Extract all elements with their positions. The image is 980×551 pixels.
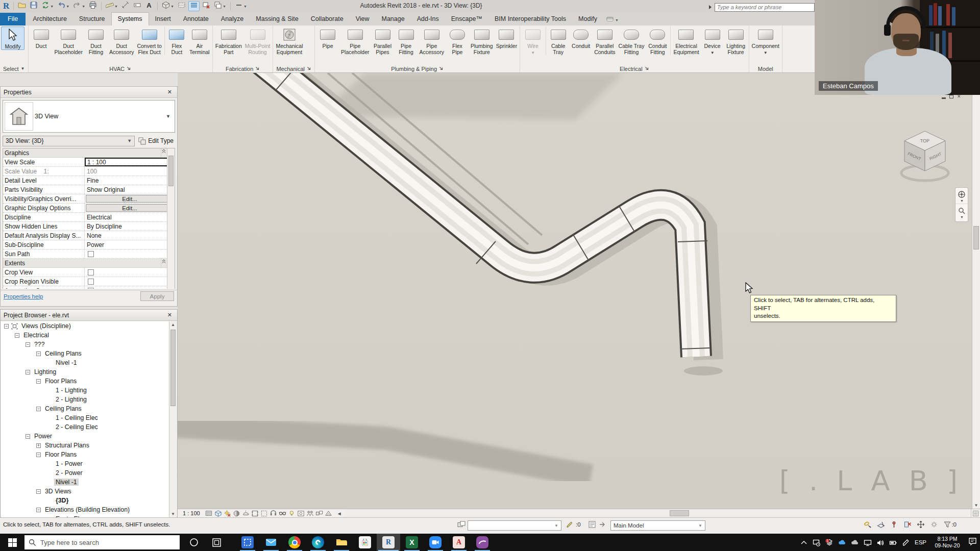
apply-button[interactable]: Apply [140,291,174,301]
tree-item-2-power[interactable]: 2 - Power [1,468,177,478]
taskbar-app-explorer[interactable] [330,534,353,551]
panel-label-select[interactable]: Select▼ [0,65,28,72]
panel-label-mechanical[interactable]: Mechanical [273,65,314,72]
synchronize-button[interactable]: ▼ [40,1,55,11]
property-value[interactable]: Fine [85,176,175,185]
taskbar-app-revit[interactable]: R [377,534,400,551]
tree-item-structural-plans[interactable]: +Structural Plans [1,441,177,450]
tray-display-settings-icon[interactable] [813,539,821,546]
panel-launcher-icon[interactable] [307,66,311,71]
underlay-toggle-button[interactable] [877,520,885,529]
taskbar-app-chrome[interactable] [283,534,306,551]
reveal-hidden-elements-icon[interactable] [288,510,296,517]
taskbar-app-store[interactable] [353,534,377,551]
show-rendering-dialog-icon[interactable] [242,510,250,517]
drag-toggle-button[interactable] [917,520,925,529]
tree-expand-toggle[interactable]: − [26,370,30,374]
ribbon-button-parallel-pipes[interactable]: Parallel Pipes [371,27,395,55]
tab-architecture[interactable]: Architecture [27,13,73,26]
scroll-left-icon[interactable]: ◄ [335,511,344,516]
tree-item-1-power[interactable]: 1 - Power [1,459,177,468]
sun-path-off-icon[interactable] [224,510,232,517]
view-minimize-icon[interactable] [942,97,946,99]
ribbon-display-toggle[interactable]: ▼ [603,14,622,26]
ribbon-button-cable-tray-fitting[interactable]: Cable Tray Fitting [617,27,646,55]
view-restore-icon[interactable] [949,95,953,98]
tree-expand-toggle[interactable]: + [36,443,41,448]
tree-item-[interactable]: −??? [1,340,177,349]
link-toggle-button[interactable] [864,520,872,529]
crop-view-checkbox[interactable] [88,269,94,276]
measure-button[interactable]: ▼ [105,1,119,11]
ribbon-button-duct[interactable]: Duct [30,27,53,49]
tree-expand-toggle[interactable]: − [4,324,9,329]
tab-insert[interactable]: Insert [149,13,177,26]
ribbon-button-pipe[interactable]: Pipe [316,27,339,49]
tree-item-ceiling-plans[interactable]: −Ceiling Plans [1,404,177,413]
visibility-graphics-overri-edit-button[interactable]: Edit... [86,195,174,203]
tree-scroll-up-icon[interactable]: ▲ [169,322,177,327]
scroll-down-icon[interactable]: ▼ [972,503,980,508]
design-options-icons[interactable] [588,520,606,529]
tab-annotate[interactable]: Annotate [177,13,215,26]
ribbon-button-component[interactable]: Component ▼ [750,27,781,56]
print-button[interactable] [88,1,98,11]
tab-manage[interactable]: Manage [376,13,411,26]
panel-label-plumbing-piping[interactable]: Plumbing & Piping [315,65,520,72]
ribbon-button-convert-to-flex-duct[interactable]: Convert to Flex Duct [135,27,163,55]
show-crop-region-off-icon[interactable] [260,510,268,517]
panel-launcher-icon[interactable] [439,66,444,71]
tree-item-2-lighting[interactable]: 2 - Lighting [1,395,177,404]
ribbon-button-lighting-fixture[interactable]: Lighting Fixture [724,27,748,55]
ribbon-button-duct-accessory[interactable]: Duct Accessory [108,27,135,55]
tray-pen-icon[interactable] [902,539,910,546]
ribbon-button-duct-placeholder[interactable]: Duct Placeholder [53,27,84,55]
exclude-toggle-button[interactable] [903,520,912,529]
aligned-dimension-button[interactable] [120,1,131,11]
tab-enscape[interactable]: Enscape™ [445,13,488,26]
detail-level-icon[interactable] [205,510,213,517]
annotation-crop-checkbox[interactable] [88,288,94,289]
taskbar-app-snip[interactable] [236,534,259,551]
property-section-extents[interactable]: Extents [3,259,175,268]
ribbon-button-electrical-equipment[interactable]: Electrical Equipment [670,27,700,55]
property-value[interactable]: None [85,231,175,240]
properties-scroll-thumb[interactable] [168,156,174,186]
tree-expand-toggle[interactable]: − [36,453,41,457]
panel-label-electrical[interactable]: Electrical [520,65,748,72]
start-button[interactable] [0,534,24,551]
tree-item-1-ceiling-elec[interactable]: 1 - Ceiling Elec [1,413,177,422]
customize-quick-access-button[interactable]: ▼ [234,1,248,11]
crop-region-visible-checkbox[interactable] [88,279,94,285]
tab-collaborate[interactable]: Collaborate [305,13,350,26]
tray-badge-app-icon[interactable]: 1 [825,539,834,546]
tree-item-3d-views[interactable]: −3D Views [1,487,177,496]
ribbon-button-conduit[interactable]: Conduit [569,27,593,49]
view-close-icon[interactable]: ✕ [957,94,961,99]
viewcube-top-face[interactable]: TOP [920,138,930,144]
language-indicator[interactable]: ESP [915,539,926,545]
tree-expand-toggle[interactable]: − [26,342,30,347]
switch-windows-button[interactable]: ▼ [213,1,227,11]
tree-item-nivel-1[interactable]: Nivel -1 [1,358,177,367]
ribbon-button-conduit-fitting[interactable]: Conduit Fitting [646,27,669,55]
undo-button[interactable]: ▼ [56,1,70,11]
shadows-off-icon[interactable] [233,510,241,517]
type-selector[interactable]: 3D View ▼ [3,100,175,133]
tree-item-ceiling-plans[interactable]: −Ceiling Plans [1,349,177,358]
panel-label-model[interactable]: Model [749,65,782,72]
panel-launcher-icon[interactable] [255,66,260,71]
tree-item-electrical[interactable]: −Electrical [1,331,177,340]
tab-file[interactable]: File [0,13,26,26]
tree-scroll-down-icon[interactable]: ▼ [169,512,177,516]
infocenter-collapse-icon[interactable] [709,5,712,9]
ribbon-button-parallel-conduits[interactable]: Parallel Conduits [593,27,617,55]
taskbar-app-autocad[interactable]: A [447,534,471,551]
tree-expand-toggle[interactable]: − [36,352,41,356]
taskbar-app-edge[interactable] [306,534,330,551]
temporary-view-properties-icon[interactable] [297,510,305,517]
ribbon-button-sprinkler[interactable]: Sprinkler [495,27,519,49]
panel-launcher-icon[interactable] [645,66,649,71]
close-hidden-windows-button[interactable] [201,1,211,11]
property-value[interactable]: 1 : 100 [85,158,175,166]
